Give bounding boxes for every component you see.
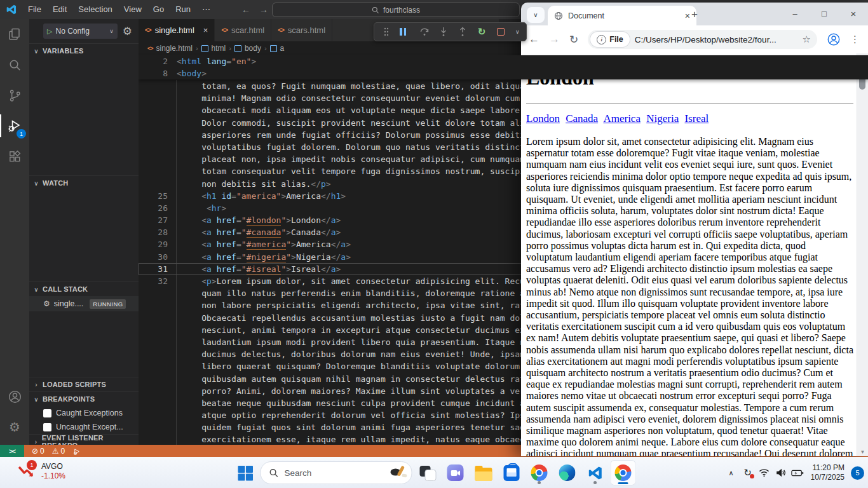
battery-icon[interactable] bbox=[789, 460, 806, 485]
explorer-icon[interactable] bbox=[0, 19, 29, 50]
callstack-session-row[interactable]: ⚙ single.... RUNNING bbox=[29, 296, 139, 311]
wifi-icon[interactable] bbox=[756, 460, 773, 485]
divider bbox=[526, 103, 853, 104]
file-explorer-icon[interactable] bbox=[471, 460, 496, 485]
restart-icon[interactable]: ↻ bbox=[476, 25, 487, 38]
taskbar-search-box[interactable]: Search bbox=[261, 461, 412, 484]
search-sidebar-icon[interactable] bbox=[0, 50, 29, 80]
browser-tab[interactable]: Document × bbox=[548, 6, 696, 25]
chrome-active-icon[interactable] bbox=[611, 460, 636, 485]
breadcrumb-item-html[interactable]: html bbox=[212, 44, 226, 53]
edge-icon[interactable] bbox=[555, 460, 580, 485]
task-view-button[interactable] bbox=[415, 460, 440, 485]
start-button[interactable] bbox=[233, 460, 258, 485]
menu-item-go[interactable]: Go bbox=[147, 3, 170, 17]
editor-tab-scar-html[interactable]: <>scar.html bbox=[215, 19, 271, 41]
close-button[interactable]: × bbox=[839, 3, 868, 24]
browser-menu-icon[interactable]: ⋮ bbox=[850, 34, 860, 45]
chat-app-icon[interactable] bbox=[443, 460, 468, 485]
problems-errors[interactable]: ⊘0 bbox=[32, 447, 44, 456]
chrome-icon[interactable] bbox=[527, 460, 552, 485]
event-listener-header[interactable]: ›EVENT LISTENER BREAKPO... bbox=[29, 435, 139, 445]
maximize-button[interactable]: □ bbox=[810, 3, 839, 24]
debug-status-icon[interactable] bbox=[72, 447, 81, 456]
loaded-scripts-header[interactable]: ›LOADED SCRIPTS bbox=[29, 377, 139, 391]
stop-icon[interactable] bbox=[495, 25, 506, 38]
tab-close-icon[interactable]: × bbox=[203, 25, 208, 35]
menu-item-file[interactable]: File bbox=[22, 3, 47, 17]
desktop: FileEditSelectionViewGoRun⋯ ← → fourthcl… bbox=[0, 0, 868, 488]
variables-header[interactable]: ∨VARIABLES bbox=[29, 44, 139, 58]
debug-gear-icon[interactable]: ⚙ bbox=[123, 25, 132, 38]
browser-back-icon[interactable]: ← bbox=[529, 33, 539, 46]
page-link-london[interactable]: London bbox=[526, 112, 560, 125]
notification-badge[interactable]: 5 bbox=[851, 466, 864, 480]
callstack-header[interactable]: ∨CALL STACK bbox=[29, 282, 139, 296]
nav-links: London Canada America Nigeria Isreal bbox=[526, 112, 853, 125]
taskbar-clock[interactable]: 11:20 PM 10/7/2025 bbox=[811, 463, 844, 482]
extensions-icon[interactable] bbox=[0, 141, 29, 172]
forward-arrow-icon[interactable]: → bbox=[259, 4, 268, 15]
breakpoint-row[interactable]: Uncaught Except... bbox=[29, 420, 139, 434]
page-link-nigeria[interactable]: Nigeria bbox=[646, 112, 679, 125]
code-line: 2<html lang="en"> bbox=[139, 55, 868, 67]
volume-icon[interactable] bbox=[773, 460, 789, 485]
globe-icon bbox=[554, 11, 563, 20]
remote-indicator[interactable]: >< bbox=[0, 445, 24, 458]
browser-reload-icon[interactable]: ↻ bbox=[569, 33, 578, 46]
page-link-america[interactable]: America bbox=[603, 112, 641, 125]
stop-dropdown-chevron-icon[interactable]: ∨ bbox=[515, 29, 520, 35]
tab-close-icon[interactable]: × bbox=[685, 11, 690, 21]
weather-stocks-widget[interactable]: 1 AVGO -1.10% bbox=[17, 461, 65, 482]
menu-item-view[interactable]: View bbox=[118, 3, 147, 17]
profile-icon[interactable] bbox=[827, 32, 841, 46]
account-icon[interactable] bbox=[0, 381, 29, 412]
start-debug-icon[interactable]: ▷ bbox=[47, 27, 52, 36]
source-control-icon[interactable] bbox=[0, 80, 29, 111]
breadcrumb-item-single-html[interactable]: single.html bbox=[156, 44, 193, 53]
widget-badge: 1 bbox=[25, 459, 38, 471]
breakpoints-header[interactable]: ∨BREAKPOINTS bbox=[29, 392, 139, 406]
address-bar[interactable]: i File C:/Users/HP/Desktop/website2/four… bbox=[588, 30, 817, 49]
step-over-icon[interactable] bbox=[419, 25, 430, 38]
pause-icon[interactable] bbox=[400, 25, 411, 38]
page-link-isreal[interactable]: Isreal bbox=[684, 112, 709, 125]
callstack-section: ∨CALL STACK ⚙ single.... RUNNING bbox=[29, 281, 139, 377]
editor-tab-scars-html[interactable]: <>scars.html bbox=[271, 19, 332, 41]
breadcrumb-item-a[interactable]: a bbox=[280, 44, 285, 53]
new-tab-button[interactable]: + bbox=[691, 8, 698, 21]
bookmark-star-icon[interactable]: ☆ bbox=[803, 34, 811, 45]
back-arrow-icon[interactable]: ← bbox=[241, 4, 250, 15]
error-icon: ⊘ bbox=[32, 447, 38, 456]
vscode-taskbar-icon[interactable] bbox=[583, 460, 608, 485]
debug-config-dropdown[interactable]: ▷ No Config ∨ bbox=[43, 24, 118, 39]
watch-header[interactable]: ∨WATCH bbox=[29, 176, 139, 190]
tab-search-button[interactable]: ∨ bbox=[527, 7, 545, 23]
breadcrumb-item-body[interactable]: body bbox=[245, 44, 261, 53]
sync-pending-icon[interactable]: ↻ bbox=[740, 460, 756, 485]
browser-forward-icon[interactable]: → bbox=[549, 33, 560, 46]
step-into-icon[interactable] bbox=[438, 25, 449, 38]
tray-chevron-icon[interactable]: ∧ bbox=[723, 460, 740, 485]
problems-warnings[interactable]: ⚠0 bbox=[52, 447, 65, 456]
debug-count-badge: 1 bbox=[17, 129, 26, 139]
step-out-icon[interactable] bbox=[457, 25, 468, 38]
microsoft-store-icon[interactable] bbox=[499, 460, 524, 485]
menu-item-[interactable]: ⋯ bbox=[196, 3, 216, 17]
page-link-canada[interactable]: Canada bbox=[566, 112, 598, 125]
command-center-search[interactable]: fourthclass bbox=[272, 3, 520, 17]
run-debug-icon[interactable]: 1 bbox=[0, 111, 29, 141]
breakpoint-row[interactable]: Caught Exceptions bbox=[29, 406, 139, 420]
menu-item-edit[interactable]: Edit bbox=[47, 3, 72, 17]
drag-grip-icon[interactable] bbox=[381, 25, 392, 38]
scroll-down-icon[interactable]: ▼ bbox=[857, 449, 868, 455]
checkbox[interactable] bbox=[43, 409, 51, 417]
menu-item-run[interactable]: Run bbox=[170, 3, 196, 17]
checkbox[interactable] bbox=[43, 423, 51, 431]
file-scheme-chip[interactable]: i File bbox=[590, 32, 630, 47]
menu-item-selection[interactable]: Selection bbox=[72, 3, 118, 17]
minimize-button[interactable]: – bbox=[780, 3, 810, 24]
browser-scrollbar[interactable]: ▲ ▼ bbox=[857, 53, 868, 456]
manage-gear-icon[interactable]: ⚙ bbox=[0, 412, 29, 442]
editor-tab-single-html[interactable]: <>single.html× bbox=[139, 19, 215, 41]
